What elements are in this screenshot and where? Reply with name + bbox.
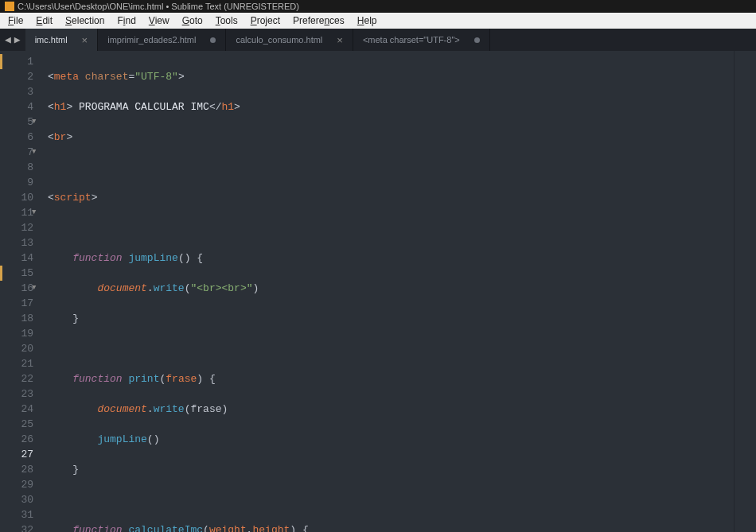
window-title: C:\Users\User\Desktop\ONE\imc.html • Sub… [18,2,299,11]
tab-forward-icon[interactable]: ▶ [14,33,21,46]
tab-imc[interactable]: imc.html × [25,29,99,51]
menu-bar: File Edit Selection Find View Goto Tools… [0,13,756,29]
tab-bar: ◀ ▶ imc.html × imprimir_edades2.html cal… [0,29,756,51]
fold-icon[interactable]: ▼ [32,145,36,160]
code-area[interactable]: <meta charset="UTF-8"> <h1> PROGRAMA CAL… [41,51,734,532]
fold-icon[interactable]: ▼ [32,115,36,130]
line-number: 1 [0,54,33,69]
menu-selection[interactable]: Selection [59,14,111,28]
menu-preferences[interactable]: Preferences [286,14,351,28]
tab-label: <meta charset="UTF-8"> [363,35,460,45]
editor[interactable]: 1 2 3 4 5▼ 6 7▼ 8 9 10 11▼ 12 13 14 15 1… [0,51,756,532]
close-icon[interactable]: × [82,35,88,45]
close-icon[interactable]: × [337,35,343,45]
fold-icon[interactable]: ▼ [32,281,36,296]
menu-edit[interactable]: Edit [29,14,59,28]
menu-view[interactable]: View [142,14,176,28]
dirty-icon [474,37,480,43]
tab-label: imprimir_edades2.html [107,35,196,45]
menu-file[interactable]: File [2,14,29,28]
dirty-icon [210,37,216,43]
menu-goto[interactable]: Goto [176,14,209,28]
fold-icon[interactable]: ▼ [32,205,36,220]
menu-tools[interactable]: Tools [209,14,244,28]
tab-imprimir[interactable]: imprimir_edades2.html [98,29,226,51]
tab-label: imc.html [35,35,68,45]
tab-meta[interactable]: <meta charset="UTF-8"> [353,29,490,51]
menu-find[interactable]: Find [111,14,142,28]
menu-help[interactable]: Help [351,14,384,28]
title-bar: C:\Users\User\Desktop\ONE\imc.html • Sub… [0,0,756,13]
app-icon [5,2,14,11]
gutter: 1 2 3 4 5▼ 6 7▼ 8 9 10 11▼ 12 13 14 15 1… [0,51,41,532]
menu-project[interactable]: Project [244,14,286,28]
minimap[interactable] [734,51,756,532]
tab-label: calculo_consumo.html [236,35,322,45]
tab-nav: ◀ ▶ [0,29,25,51]
tab-calculo[interactable]: calculo_consumo.html × [226,29,353,51]
tab-back-icon[interactable]: ◀ [5,33,11,46]
